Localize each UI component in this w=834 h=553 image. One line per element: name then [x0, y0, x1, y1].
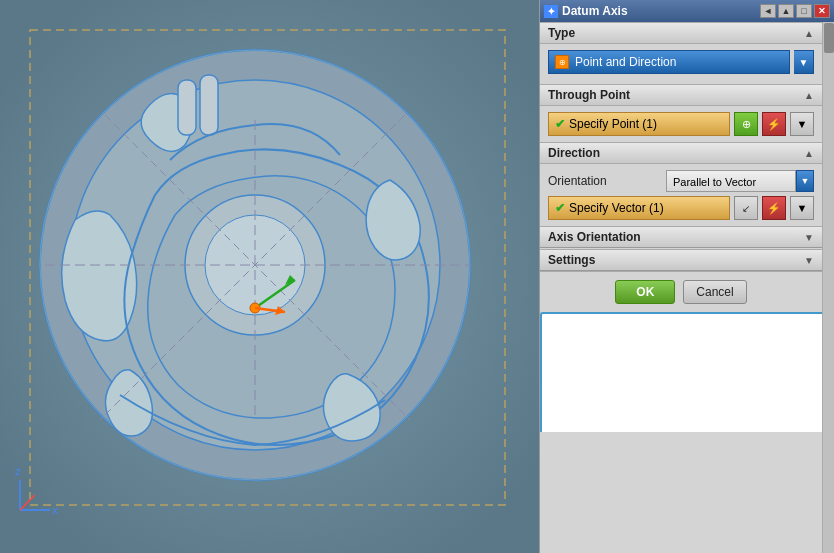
orientation-row: Orientation Parallel to Vector ▼	[548, 170, 814, 192]
direction-arrow: ▲	[804, 148, 814, 159]
point-add-btn[interactable]: ⊕	[734, 112, 758, 136]
orientation-select[interactable]: Parallel to Vector	[666, 170, 796, 192]
settings-header[interactable]: Settings ▼	[540, 249, 822, 271]
orientation-label: Orientation	[548, 174, 607, 188]
type-arrow: ▲	[804, 28, 814, 39]
restore-btn[interactable]: □	[796, 4, 812, 18]
nav-left-btn[interactable]: ◄	[760, 4, 776, 18]
type-dropdown-icon: ⊕	[555, 55, 569, 69]
point-arrow-btn[interactable]: ▼	[790, 112, 814, 136]
specify-point-check: ✔	[555, 117, 565, 131]
type-dropdown-arrow[interactable]: ▼	[794, 50, 814, 74]
minimize-btn[interactable]: ▲	[778, 4, 794, 18]
scrollbar[interactable]	[822, 22, 834, 553]
cancel-button[interactable]: Cancel	[683, 280, 746, 304]
specify-vector-check: ✔	[555, 201, 565, 215]
through-point-label: Through Point	[548, 88, 630, 102]
title-bar: ✦ Datum Axis ◄ ▲ □ ✕	[540, 0, 834, 22]
direction-content: Orientation Parallel to Vector ▼ ✔ Speci	[540, 164, 822, 226]
axis-orientation-header[interactable]: Axis Orientation ▼	[540, 226, 822, 248]
svg-rect-8	[200, 75, 218, 135]
right-panel: ✦ Datum Axis ◄ ▲ □ ✕ Type ▲	[539, 0, 834, 553]
title-bar-icons: ◄ ▲ □ ✕	[760, 4, 830, 18]
type-section-header[interactable]: Type ▲	[540, 22, 822, 44]
axis-orientation-label: Axis Orientation	[548, 230, 641, 244]
direction-label: Direction	[548, 146, 600, 160]
orientation-dropdown: Parallel to Vector ▼	[666, 170, 814, 192]
scroll-thumb[interactable]	[824, 23, 834, 53]
direction-header[interactable]: Direction ▲	[540, 142, 822, 164]
through-point-header[interactable]: Through Point ▲	[540, 84, 822, 106]
orientation-arrow-btn[interactable]: ▼	[796, 170, 814, 192]
svg-text:Z: Z	[15, 467, 21, 477]
svg-rect-7	[178, 80, 196, 135]
through-point-arrow: ▲	[804, 90, 814, 101]
vector-arrow-btn[interactable]: ▼	[790, 196, 814, 220]
panel-bottom: OK Cancel	[540, 271, 822, 312]
point-flash-btn[interactable]: ⚡	[762, 112, 786, 136]
specify-point-btn[interactable]: ✔ Specify Point (1)	[548, 112, 730, 136]
settings-label: Settings	[548, 253, 595, 267]
type-label: Type	[548, 26, 575, 40]
svg-text:X: X	[52, 506, 58, 516]
panel-content: Type ▲ ⊕ Point and Direction ▼ Through P…	[540, 22, 822, 553]
panel-icon: ✦	[544, 5, 558, 18]
type-dropdown-value: Point and Direction	[575, 55, 676, 69]
type-dropdown[interactable]: ⊕ Point and Direction	[548, 50, 790, 74]
viewport[interactable]: X Z	[0, 0, 539, 553]
panel-title: Datum Axis	[562, 4, 628, 18]
settings-arrow: ▼	[804, 255, 814, 266]
orientation-value: Parallel to Vector	[671, 176, 756, 188]
vector-add-btn[interactable]: ↙	[734, 196, 758, 220]
close-btn[interactable]: ✕	[814, 4, 830, 18]
bottom-right-box	[540, 312, 822, 432]
axis-orientation-arrow: ▼	[804, 232, 814, 243]
specify-vector-label: Specify Vector (1)	[569, 201, 664, 215]
specify-vector-btn[interactable]: ✔ Specify Vector (1)	[548, 196, 730, 220]
ok-button[interactable]: OK	[615, 280, 675, 304]
through-point-content: ✔ Specify Point (1) ⊕ ⚡ ▼	[540, 106, 822, 142]
specify-point-label: Specify Point (1)	[569, 117, 657, 131]
type-section-content: ⊕ Point and Direction ▼	[540, 44, 822, 84]
vector-flash-btn[interactable]: ⚡	[762, 196, 786, 220]
